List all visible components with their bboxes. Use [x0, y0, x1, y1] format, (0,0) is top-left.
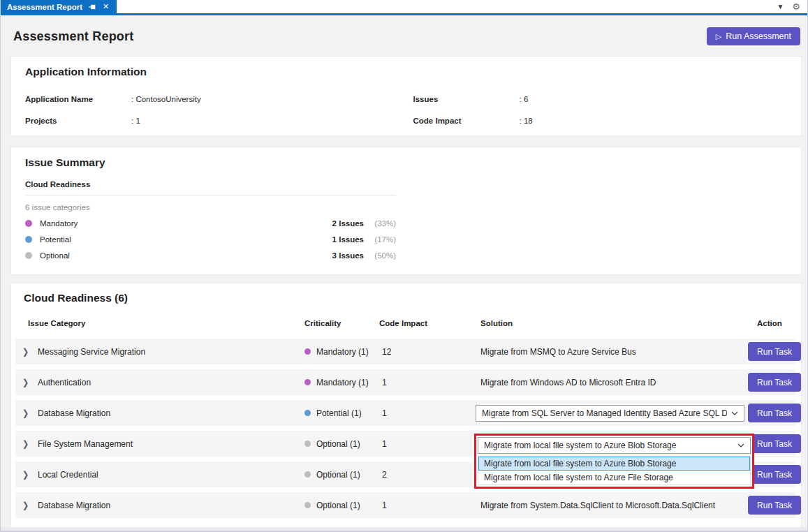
expand-chevron-icon[interactable]: ❯: [20, 469, 38, 480]
solution-text: Migrate from Windows AD to Microsoft Ent…: [480, 378, 656, 387]
issue-category-label: Database Migration: [38, 501, 110, 510]
solution-cell: Migrate from local file system to Azure …: [471, 431, 748, 457]
criticality-dot-icon: [304, 502, 311, 508]
legend-name: Potential: [40, 235, 332, 244]
criticality-dot-icon: [304, 348, 311, 355]
application-information-fields: Application Name : ContosoUniversity Iss…: [25, 88, 787, 131]
cloud-readiness-title: Cloud Readiness (6): [24, 292, 797, 304]
highlighted-dropdown: Migrate from local file system to Azure …: [474, 434, 754, 489]
criticality-dot-icon: [304, 441, 311, 447]
code-impact-value: 12: [379, 347, 471, 357]
table-row: ❯Database MigrationPotential (1)1Migrate…: [15, 400, 795, 426]
solution-dropdown-value: Migrate from SQL Server to Managed Ident…: [482, 408, 727, 418]
play-icon: ▷: [716, 33, 721, 40]
issue-summary-title: Issue Summary: [25, 156, 787, 169]
criticality-label: Potential (1): [316, 408, 362, 418]
solution-dropdown[interactable]: Migrate from SQL Server to Managed Ident…: [476, 405, 744, 422]
legend-count: 1 Issues: [332, 235, 364, 244]
table-header: Issue Category Criticality Code Impact S…: [14, 313, 797, 334]
window-dropdown-icon[interactable]: ▼: [777, 3, 784, 10]
field-value: : 1: [131, 117, 140, 125]
run-task-button[interactable]: Run Task: [748, 496, 801, 515]
application-information-card: Application Information Application Name…: [10, 56, 802, 136]
legend-name: Mandatory: [40, 219, 332, 228]
issue-category-label: Authentication: [38, 378, 91, 387]
issue-category-label: Local Credential: [38, 470, 98, 480]
tab-assessment-report[interactable]: Assessment Report ✕: [1, 0, 117, 13]
solution-dropdown-value: Migrate from local file system to Azure …: [484, 441, 733, 450]
column-issue-category: Issue Category: [20, 319, 304, 327]
bottom-strip: [1, 527, 807, 531]
solution-dropdown[interactable]: Migrate from local file system to Azure …: [478, 437, 751, 454]
field-issues: Issues : 6: [413, 88, 788, 110]
criticality-dot-icon: [304, 379, 311, 385]
dropdown-option[interactable]: Migrate from local file system to Azure …: [478, 471, 750, 485]
criticality-label: Optional (1): [316, 501, 360, 510]
table-row: ❯Database MigrationOptional (1)1Migrate …: [15, 492, 795, 518]
criticality-label: Mandatory (1): [316, 347, 369, 357]
optional-dot-icon: [25, 252, 32, 259]
criticality-label: Mandatory (1): [316, 378, 369, 387]
issue-categories-count: 6 issue categories: [25, 203, 396, 212]
field-projects: Projects : 1: [25, 110, 399, 131]
chevron-down-icon: [731, 411, 738, 415]
divider: [25, 195, 396, 195]
table-row: ❯File System ManagementOptional (1)1Migr…: [15, 431, 795, 457]
table-body: ❯Messaging Service MigrationMandatory (1…: [14, 339, 797, 518]
run-assessment-button[interactable]: ▷ Run Assessment: [707, 27, 800, 45]
field-code-impact: Code Impact : 18: [413, 110, 788, 131]
field-label: Issues: [413, 95, 520, 103]
criticality-label: Optional (1): [316, 470, 360, 480]
issue-summary-card: Issue Summary Cloud Readiness 6 issue ca…: [10, 147, 802, 275]
table-row: ❯AuthenticationMandatory (1)1Migrate fro…: [15, 369, 795, 395]
legend-percent: (33%): [364, 219, 396, 228]
issue-summary-subtitle: Cloud Readiness: [25, 180, 787, 189]
dropdown-option-list: Migrate from local file system to Azure …: [478, 456, 751, 485]
run-task-button[interactable]: Run Task: [748, 465, 801, 484]
field-value: : 6: [520, 95, 529, 103]
issue-category-label: Database Migration: [38, 408, 110, 418]
assessment-report-page: Assessment Report ▷ Run Assessment Appli…: [1, 15, 807, 532]
page-header: Assessment Report ▷ Run Assessment: [1, 15, 807, 56]
issue-summary-legend: Mandatory2 Issues(33%)Potential1 Issues(…: [25, 215, 787, 263]
legend-item-optional: Optional3 Issues(50%): [25, 247, 396, 263]
issue-category-label: File System Management: [38, 439, 133, 449]
legend-item-potential: Potential1 Issues(17%): [25, 231, 396, 247]
run-task-button[interactable]: Run Task: [748, 434, 801, 453]
column-solution: Solution: [471, 319, 748, 327]
legend-percent: (50%): [364, 251, 396, 260]
run-task-button[interactable]: Run Task: [748, 373, 801, 392]
expand-chevron-icon[interactable]: ❯: [20, 408, 38, 418]
criticality-label: Optional (1): [316, 439, 360, 449]
issue-category-label: Messaging Service Migration: [38, 347, 145, 357]
expand-chevron-icon[interactable]: ❯: [20, 377, 38, 387]
pin-icon[interactable]: [87, 2, 96, 11]
code-impact-value: 1: [379, 408, 471, 418]
solution-cell: Migrate from MSMQ to Azure Service Bus: [471, 339, 748, 364]
solution-cell: Migrate from System.Data.SqlClient to Mi…: [471, 492, 748, 518]
run-task-button[interactable]: Run Task: [748, 404, 801, 422]
dropdown-option[interactable]: Migrate from local file system to Azure …: [478, 457, 750, 471]
field-value: : ContosoUniversity: [131, 95, 201, 103]
expand-chevron-icon[interactable]: ❯: [20, 438, 38, 449]
tab-title: Assessment Report: [7, 3, 82, 11]
close-icon[interactable]: ✕: [101, 2, 110, 11]
mandatory-dot-icon: [25, 220, 32, 227]
gear-icon[interactable]: ⚙: [792, 2, 800, 11]
solution-cell: Migrate from SQL Server to Managed Ident…: [471, 400, 748, 426]
page-title: Assessment Report: [13, 29, 133, 44]
column-code-impact: Code Impact: [379, 319, 471, 327]
cloud-readiness-card: Cloud Readiness (6) Issue Category Criti…: [10, 283, 802, 532]
chevron-down-icon: [737, 443, 744, 448]
criticality-dot-icon: [304, 471, 311, 478]
expand-chevron-icon[interactable]: ❯: [20, 346, 38, 357]
expand-chevron-icon[interactable]: ❯: [20, 500, 38, 510]
code-impact-value: 1: [379, 378, 471, 387]
field-application-name: Application Name : ContosoUniversity: [25, 88, 399, 110]
table-row: ❯Messaging Service MigrationMandatory (1…: [15, 339, 795, 364]
run-task-button[interactable]: Run Task: [748, 342, 801, 361]
solution-text: Migrate from MSMQ to Azure Service Bus: [480, 347, 636, 357]
field-label: Application Name: [25, 95, 131, 103]
field-label: Code Impact: [413, 117, 520, 125]
field-label: Projects: [25, 117, 131, 125]
